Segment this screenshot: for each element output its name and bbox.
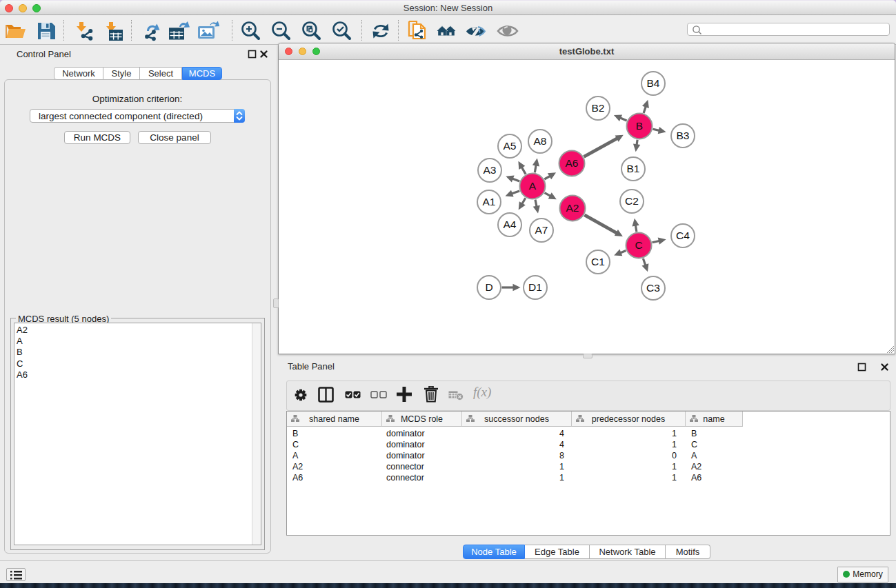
- svg-text:C2: C2: [625, 195, 639, 207]
- svg-text:B: B: [636, 120, 643, 132]
- svg-text:A3: A3: [484, 164, 497, 176]
- svg-text:A2: A2: [566, 202, 579, 214]
- svg-text:D: D: [485, 281, 492, 293]
- svg-text:A8: A8: [534, 135, 547, 147]
- svg-text:A6: A6: [566, 157, 579, 169]
- svg-text:B1: B1: [627, 163, 640, 174]
- svg-text:A4: A4: [504, 219, 517, 230]
- svg-text:A5: A5: [504, 140, 517, 152]
- svg-text:B4: B4: [647, 77, 660, 89]
- svg-text:C3: C3: [646, 282, 660, 294]
- svg-text:B2: B2: [592, 102, 605, 114]
- svg-text:C: C: [635, 239, 642, 251]
- svg-text:B3: B3: [677, 130, 690, 141]
- svg-text:A1: A1: [483, 196, 496, 207]
- svg-text:A7: A7: [535, 224, 548, 236]
- svg-text:D1: D1: [528, 281, 542, 293]
- svg-text:C1: C1: [591, 256, 605, 267]
- svg-text:C4: C4: [676, 230, 690, 241]
- svg-text:A: A: [529, 180, 537, 192]
